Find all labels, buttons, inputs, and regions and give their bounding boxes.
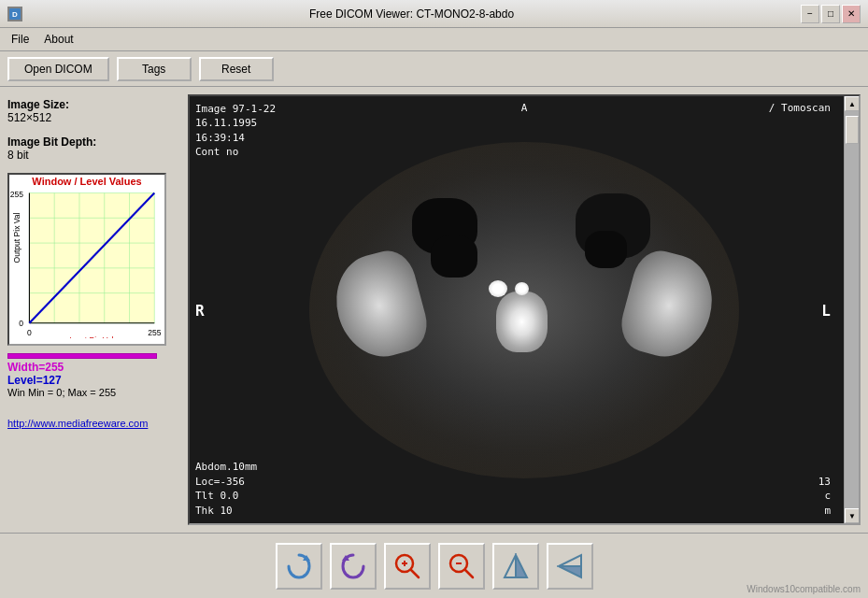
ct-thickness: Thk 10 <box>195 504 257 518</box>
svg-marker-37 <box>559 566 581 577</box>
title-bar: D Free DICOM Viewer: CT-MONO2-8-abdo − □… <box>0 0 868 28</box>
ct-body-simulation <box>300 128 748 492</box>
svg-text:0: 0 <box>27 328 32 337</box>
svg-text:D: D <box>12 10 18 19</box>
svg-text:Input Pix Val: Input Pix Val <box>69 335 113 338</box>
svg-marker-34 <box>516 555 527 577</box>
scroll-down-arrow[interactable]: ▼ <box>845 508 860 523</box>
ct-contrast: Cont no <box>195 145 276 159</box>
ct-tilt: Tlt 0.0 <box>195 489 257 503</box>
wl-minmax: Win Min = 0; Max = 255 <box>7 387 180 398</box>
svg-marker-36 <box>559 555 581 566</box>
ct-image: Image 97-1-22 16.11.1995 16:39:14 Cont n… <box>190 96 859 523</box>
ct-orientation-top: A <box>521 102 528 114</box>
svg-text:Output Pix Val: Output Pix Val <box>12 212 21 263</box>
svg-text:0: 0 <box>19 319 23 328</box>
image-size-section: Image Size: 512×512 <box>7 94 180 128</box>
wl-graph-area: Output Pix Val <box>9 188 164 338</box>
flip-vertical-button[interactable] <box>547 543 593 590</box>
wl-level: Level=127 <box>7 374 180 387</box>
bit-depth-section: Image Bit Depth: 8 bit <box>7 132 180 165</box>
website-link[interactable]: http://www.mediafreeware.com <box>7 418 148 429</box>
menu-bar: File About <box>0 28 868 51</box>
menu-about[interactable]: About <box>36 31 80 48</box>
ct-bottom-right-info: 13 c m <box>818 475 831 518</box>
bit-depth-value: 8 bit <box>7 149 180 162</box>
ct-image-number: Image 97-1-22 <box>195 102 276 116</box>
close-button[interactable]: ✕ <box>842 5 861 23</box>
app-icon: D <box>7 7 22 21</box>
scroll-up-arrow[interactable]: ▲ <box>845 96 860 111</box>
svg-line-32 <box>465 570 473 577</box>
menu-file[interactable]: File <box>4 31 36 48</box>
zoom-out-icon <box>447 551 477 581</box>
window-level-graph: Window / Level Values Output Pix Val <box>7 173 166 346</box>
ct-marker-left: R <box>195 301 205 319</box>
rotate-cw-icon <box>284 551 314 581</box>
flip-h-icon <box>501 551 531 581</box>
svg-line-29 <box>411 570 419 577</box>
rotate-cw-button[interactable] <box>276 543 322 590</box>
restore-button[interactable]: □ <box>821 5 840 23</box>
ct-scan-params: Abdom.10mm Loc=-356 Tlt 0.0 Thk 10 <box>195 460 257 518</box>
image-scrollbar[interactable]: ▲ ▼ <box>844 96 859 523</box>
left-panel: Image Size: 512×512 Image Bit Depth: 8 b… <box>7 94 180 525</box>
wl-values: Width=255 Level=127 Win Min = 0; Max = 2… <box>7 353 180 398</box>
wl-graph-title: Window / Level Values <box>9 175 164 188</box>
svg-text:255: 255 <box>148 328 162 337</box>
image-viewer[interactable]: Image 97-1-22 16.11.1995 16:39:14 Cont n… <box>188 94 861 525</box>
ct-location: Loc=-356 <box>195 475 257 489</box>
zoom-in-icon <box>392 551 422 581</box>
toolbar: Open DICOM Tags Reset <box>0 51 868 87</box>
rotate-ccw-button[interactable] <box>330 543 377 590</box>
minimize-button[interactable]: − <box>801 5 819 23</box>
window-controls: − □ ✕ <box>801 5 861 23</box>
zoom-in-button[interactable] <box>384 543 431 590</box>
flip-v-icon <box>555 551 585 581</box>
wl-width: Width=255 <box>7 361 180 374</box>
main-content: Image Size: 512×512 Image Bit Depth: 8 b… <box>0 87 868 533</box>
ct-time: 16:39:14 <box>195 131 276 145</box>
flip-horizontal-button[interactable] <box>492 543 539 590</box>
bit-depth-label: Image Bit Depth: <box>7 135 180 149</box>
wl-graph-svg: Output Pix Val <box>9 188 164 338</box>
svg-text:255: 255 <box>10 190 24 199</box>
bottom-toolbar: Windows10compatible.com <box>0 533 868 598</box>
ct-scanner-info: / Tomoscan <box>769 102 831 114</box>
ct-anatomy: Abdom.10mm <box>195 460 257 474</box>
image-size-label: Image Size: <box>7 98 180 111</box>
image-size-value: 512×512 <box>7 111 180 124</box>
rotate-ccw-icon <box>338 551 368 581</box>
zoom-out-button[interactable] <box>438 543 485 590</box>
window-title: Free DICOM Viewer: CT-MONO2-8-abdo <box>22 7 801 21</box>
scroll-thumb[interactable] <box>846 116 859 144</box>
svg-marker-33 <box>505 555 516 577</box>
ct-date: 16.11.1995 <box>195 116 276 130</box>
scroll-track[interactable] <box>845 111 859 508</box>
watermark: Windows10compatible.com <box>747 584 861 594</box>
tags-button[interactable]: Tags <box>117 57 192 81</box>
open-dicom-button[interactable]: Open DICOM <box>7 57 109 81</box>
ct-image-info: Image 97-1-22 16.11.1995 16:39:14 Cont n… <box>195 102 276 160</box>
reset-button[interactable]: Reset <box>199 57 274 81</box>
ct-marker-right: L <box>821 301 831 319</box>
